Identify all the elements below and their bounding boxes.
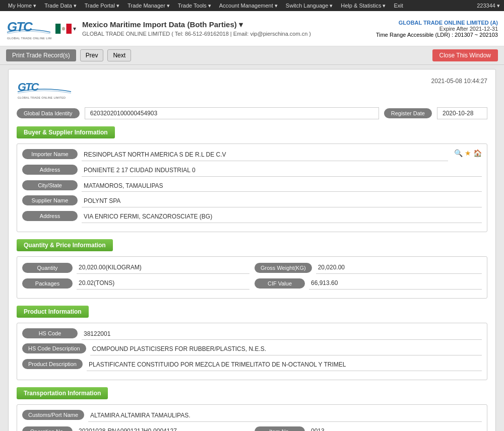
top-navigation: My Home ▾ Trade Data ▾ Trade Portal ▾ Tr…	[0, 0, 504, 11]
nav-my-home[interactable]: My Home ▾	[4, 0, 40, 11]
star-icon[interactable]: ★	[465, 149, 471, 157]
buyer-supplier-title: Buyer & Supplier Information	[17, 126, 115, 138]
importer-name-row: Importer Name RESINOPLAST NORTH AMERICA …	[22, 149, 482, 161]
nav-account-management[interactable]: Account Management ▾	[215, 0, 282, 11]
print-button-top[interactable]: Print Trade Record(s)	[6, 49, 76, 61]
main-content: GTC GLOBAL TRADE ONLINE LIMITED 2021-05-…	[0, 65, 504, 431]
supplier-name-row: Supplier Name POLYNT SPA	[22, 195, 482, 207]
home-icon[interactable]: 🏠	[473, 149, 482, 157]
buyer-supplier-section: Buyer & Supplier Information Importer Na…	[17, 126, 487, 232]
city-state-row: City/State MATAMOROS, TAMAULIPAS	[22, 180, 482, 192]
importer-name-value: RESINOPLAST NORTH AMERICA S DE R.L DE C.…	[82, 149, 448, 161]
city-state-label: City/State	[22, 180, 78, 190]
record-card: GTC GLOBAL TRADE ONLINE LIMITED 2021-05-…	[8, 69, 496, 431]
svg-text:GLOBAL TRADE ONLINE LIMITED: GLOBAL TRADE ONLINE LIMITED	[7, 37, 51, 40]
nav-trade-portal[interactable]: Trade Portal ▾	[81, 0, 123, 11]
hs-code-desc-value: COMPOUND PLASTICISERS FOR RUBBER/PLASTIC…	[90, 343, 482, 355]
svg-text:GLOBAL TRADE ONLINE LIMITED: GLOBAL TRADE ONLINE LIMITED	[18, 96, 66, 99]
card-logo: GTC GLOBAL TRADE ONLINE LIMITED	[17, 78, 72, 100]
transportation-content: Customs/Port Name ALTAMIRA ALTAMIRA TAMA…	[17, 404, 487, 431]
cif-value-label: CIF Value	[255, 278, 305, 289]
hs-code-value: 38122001	[82, 328, 482, 340]
gross-weight-label: Gross Weight(KG)	[255, 263, 312, 273]
quantity-price-section: Quantity & Price Information Quantity 20…	[17, 239, 487, 299]
global-data-identity-label: Global Data Identity	[17, 108, 80, 118]
global-data-identity-value: 62032020100000454903	[85, 107, 379, 119]
product-desc-value: PLASTIFICANTE CONSTITUIDO POR MEZCLA DE …	[87, 359, 482, 371]
city-state-value: MATAMOROS, TAMAULIPAS	[82, 180, 482, 192]
data-identity-row: Global Data Identity 6203202010000045490…	[17, 107, 487, 119]
product-title: Product Information	[17, 306, 89, 318]
hs-code-desc-label: HS Code Description	[22, 343, 86, 353]
nav-trade-manager[interactable]: Trade Manager ▾	[123, 0, 174, 11]
quantity-label: Quantity	[22, 263, 73, 273]
page-title: Mexico Maritime Import Data (Both Partie…	[82, 20, 376, 29]
svg-text:GTC: GTC	[7, 19, 33, 34]
close-window-button-top[interactable]: Close This Window	[432, 49, 498, 61]
company-name: GLOBAL TRADE ONLINE LIMITED (A)	[376, 20, 498, 26]
quantity-price-title: Quantity & Price Information	[17, 239, 113, 251]
product-desc-row: Product Description PLASTIFICANTE CONSTI…	[22, 359, 482, 371]
register-date-value: 2020-10-28	[437, 107, 487, 119]
product-desc-label: Product Description	[22, 359, 83, 369]
svg-rect-2	[55, 24, 61, 34]
quantity-row: Quantity 20,020.00(KILOGRAM) Gross Weigh…	[22, 262, 482, 274]
nav-help-statistics[interactable]: Help & Statistics ▾	[337, 0, 390, 11]
card-header: GTC GLOBAL TRADE ONLINE LIMITED 2021-05-…	[17, 78, 487, 100]
time-range: Time Range Accessible (LDR) : 201307 ~ 2…	[376, 32, 498, 38]
register-date-label: Register Date	[384, 108, 432, 118]
transportation-title: Transportation Information	[17, 387, 108, 399]
importer-address-label: Address	[22, 165, 78, 175]
svg-rect-4	[67, 24, 72, 34]
transportation-section: Transportation Information Customs/Port …	[17, 387, 487, 431]
header-right: GLOBAL TRADE ONLINE LIMITED (A) Expire A…	[376, 20, 498, 38]
gross-weight-half: Gross Weight(KG) 20,020.00	[255, 262, 482, 274]
search-icon[interactable]: 🔍	[454, 149, 463, 157]
flag-dropdown[interactable]: ▾	[73, 25, 76, 32]
next-button-top[interactable]: Next	[107, 49, 131, 61]
customs-port-value: ALTAMIRA ALTAMIRA TAMAULIPAS.	[88, 410, 482, 422]
mexico-flag	[55, 24, 72, 34]
top-toolbar: Print Trade Record(s) Prev Next Close Th…	[0, 46, 504, 65]
gross-weight-value: 20,020.00	[316, 262, 482, 274]
product-content: HS Code 38122001 HS Code Description COM…	[17, 323, 487, 380]
packages-row: Packages 20.02(TONS) CIF Value 66,913.60	[22, 277, 482, 290]
nav-items: My Home ▾ Trade Data ▾ Trade Portal ▾ Tr…	[4, 0, 477, 11]
item-no-label: Item No.	[255, 426, 305, 431]
quantity-value: 20,020.00(KILOGRAM)	[77, 262, 249, 274]
nav-switch-language[interactable]: Switch Language ▾	[282, 0, 337, 11]
header-subtitle: GLOBAL TRADE ONLINE LIMITED ( Tel: 86-51…	[82, 31, 376, 37]
operation-no-value: 20201028-RNA090121JH0-0004127	[77, 425, 249, 431]
importer-icons: 🔍 ★ 🏠	[454, 149, 482, 157]
card-datetime: 2021-05-08 10:44:27	[431, 78, 487, 85]
logo-area: GTC GLOBAL TRADE ONLINE LIMITED	[6, 16, 51, 41]
operation-row: Operation No. 20201028-RNA090121JH0-0004…	[22, 425, 482, 431]
packages-label: Packages	[22, 278, 73, 289]
operation-no-label: Operation No.	[22, 426, 73, 431]
importer-name-label: Importer Name	[22, 149, 78, 159]
cif-value-value: 66,913.60	[309, 277, 482, 290]
customs-port-row: Customs/Port Name ALTAMIRA ALTAMIRA TAMA…	[22, 410, 482, 422]
flag-area: ▾	[55, 24, 76, 34]
account-id[interactable]: 223344 ▾	[477, 3, 500, 9]
prev-button-top[interactable]: Prev	[80, 49, 104, 61]
nav-trade-data[interactable]: Trade Data ▾	[40, 0, 81, 11]
supplier-address-label: Address	[22, 211, 78, 221]
gtc-logo: GTC GLOBAL TRADE ONLINE LIMITED	[6, 16, 51, 41]
header-bar: GTC GLOBAL TRADE ONLINE LIMITED ▾ Mexico…	[0, 11, 504, 46]
packages-value: 20.02(TONS)	[77, 277, 249, 290]
hs-code-label: HS Code	[22, 328, 78, 338]
importer-address-value: PONIENTE 2 17 CIUDAD INDUSTRIAL 0	[82, 165, 482, 177]
item-no-value: 0013	[309, 425, 482, 431]
importer-address-row: Address PONIENTE 2 17 CIUDAD INDUSTRIAL …	[22, 165, 482, 177]
nav-exit[interactable]: Exit	[390, 0, 407, 11]
customs-port-label: Customs/Port Name	[22, 410, 84, 420]
quantity-half: Quantity 20,020.00(KILOGRAM)	[22, 262, 249, 274]
supplier-address-value: VIA ENRICO FERMI, SCANZOROSCIATE (BG)	[82, 211, 482, 223]
item-no-half: Item No. 0013	[255, 425, 482, 431]
supplier-name-value: POLYNT SPA	[82, 195, 482, 207]
supplier-name-label: Supplier Name	[22, 195, 78, 205]
nav-trade-tools[interactable]: Trade Tools ▾	[174, 0, 215, 11]
header-title-area: Mexico Maritime Import Data (Both Partie…	[82, 20, 376, 37]
hs-code-row: HS Code 38122001	[22, 328, 482, 340]
